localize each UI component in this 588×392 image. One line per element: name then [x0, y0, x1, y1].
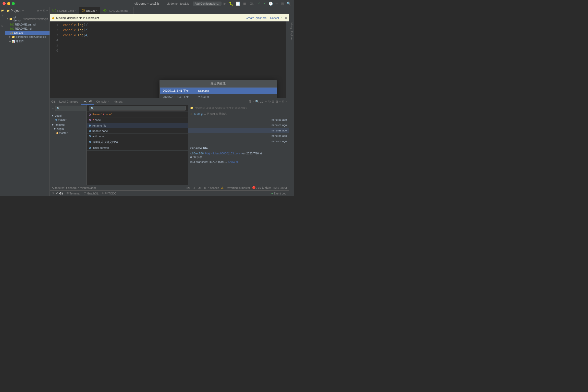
tab-local-changes[interactable]: Local Changes [57, 98, 80, 105]
panel-close-icon[interactable]: − [46, 9, 48, 12]
run-icon[interactable]: ▶ [224, 2, 226, 6]
tab-history[interactable]: History: [112, 98, 125, 105]
event-log-label: Event Log [274, 192, 286, 195]
commit-long-label: 这里是这次提交的co [92, 140, 186, 144]
tab-readme-close[interactable]: × [75, 9, 77, 12]
remote-origin[interactable]: ▼ origin [51, 127, 85, 131]
local-section-header[interactable]: ▼ Local [51, 114, 85, 118]
branch-icon[interactable]: ⎇ [260, 100, 264, 103]
dropdown-item-1[interactable]: 2020/7/16, 6:40 下午外部更改 [160, 94, 277, 98]
tree-item-readme-en[interactable]: MD README.en.md [5, 22, 50, 27]
add-configuration-button[interactable]: Add Configuration... [193, 2, 222, 6]
tree-item-readme[interactable]: MD README.md [5, 27, 50, 31]
indent-icon[interactable]: ≡ [279, 100, 281, 103]
refresh-icon[interactable]: ↻ [268, 100, 271, 103]
dock-graphql[interactable]: ⬡ GraphQL [83, 192, 100, 195]
dropdown-item-0[interactable]: 2020/7/16, 6:41 下午Rollback [160, 88, 277, 94]
grid-icon[interactable]: ⊞ [272, 100, 274, 103]
commit-update-code[interactable]: update code [87, 128, 188, 134]
remote-section-header[interactable]: ▼ Remote [51, 123, 85, 127]
tab-log-all[interactable]: Log: all [81, 98, 94, 105]
todo-dock-label: TODO [108, 192, 117, 195]
stop-icon[interactable]: ⏹ [243, 2, 246, 6]
checkmark-icon: ✓ [280, 16, 283, 19]
local-master-branch[interactable]: master [51, 118, 85, 122]
code-line-4 [63, 38, 283, 43]
back-icon[interactable]: ← [51, 106, 55, 111]
right-time-4: minutes ago [188, 133, 289, 139]
file-name-test1: test1.js [14, 31, 23, 34]
external-arrow-icon: ▶ [9, 40, 11, 43]
tab-readme-en[interactable]: MD README.en.md × [100, 7, 133, 14]
console-close-icon[interactable]: × [107, 100, 109, 103]
maximize-button[interactable] [12, 2, 15, 5]
commit-dot-wrap [89, 114, 91, 116]
git-check2-icon[interactable]: ✓ [263, 2, 266, 5]
origin-label: origin [57, 127, 64, 130]
event-log-dock[interactable]: ● Event Log [270, 192, 287, 195]
mongo-icon[interactable]: M [0, 23, 5, 28]
window-title: git-demo – test1.js [134, 2, 160, 5]
collapse-icon[interactable]: ≡ [40, 9, 42, 12]
commit-xcode[interactable]: ✗code [87, 117, 188, 123]
commit-initial[interactable]: Initial commit [87, 145, 188, 151]
tab-test1-close[interactable]: × [96, 9, 97, 12]
editor-scrollbar[interactable] [286, 21, 289, 98]
mongo-rail-label[interactable]: Mongo Explorer [290, 22, 293, 41]
sort-icon[interactable]: ⇅ [249, 100, 251, 103]
settings-icon[interactable]: ⚙ [43, 9, 45, 12]
locate-icon[interactable]: ⊕ [37, 9, 39, 12]
num4: 4 [85, 33, 87, 37]
create-gitignore-button[interactable]: Create .gitignore [246, 16, 266, 19]
remote-arrow-icon: ▼ [51, 123, 54, 126]
search-git-icon[interactable]: 🔍 [255, 100, 259, 103]
detail-branches: In 3 branches: HEAD, mast… Show all [190, 160, 268, 163]
cancel-warning-button[interactable]: Cancel [270, 16, 279, 19]
tab-console[interactable]: Console × [94, 98, 111, 105]
dock-git[interactable]: 9: ⎇ Git [51, 192, 64, 195]
commit-rename-label: rename file [92, 124, 186, 127]
commit-add-code[interactable]: add code [87, 134, 188, 139]
remote-origin-master[interactable]: master [51, 131, 85, 135]
warning-text: Missing .gitignore file in Git project [56, 16, 244, 19]
dock-terminal[interactable]: ⊡ Terminal [65, 192, 81, 195]
tab-test1[interactable]: JS test1.js × [79, 7, 100, 14]
dock-todo[interactable]: 6: ☑ TODO [101, 192, 117, 195]
undo-git-icon[interactable]: ↩ [265, 100, 267, 103]
file-path-icon: 📁 [190, 106, 193, 109]
settings2-icon[interactable]: ⚙ [282, 100, 285, 103]
show-all-link[interactable]: Show all [228, 160, 239, 163]
remote-label: Remote [55, 123, 65, 126]
lines-icon: ≡ [285, 16, 287, 19]
tree-item-scratches[interactable]: ▶ 📁 Scratches and Consoles [5, 35, 50, 39]
tree-item-external[interactable]: ▶ 📊 外部库 [5, 39, 50, 44]
di-date-0: 2020/7/16, 6:41 下午 [163, 89, 196, 93]
close2-icon[interactable]: − [286, 100, 287, 103]
minimize-button[interactable] [7, 2, 10, 5]
more-icon[interactable]: » [252, 100, 254, 103]
commit-rename[interactable]: rename file [87, 123, 188, 128]
project-icon[interactable]: 📁 [0, 8, 5, 13]
layout2-icon[interactable]: ⊟ [275, 100, 278, 103]
commit-revert-xcode[interactable]: Revert "✗code" [87, 112, 188, 117]
structure-icon[interactable]: ⚙ [0, 13, 5, 18]
chevron-down-icon[interactable]: ▼ [22, 9, 24, 12]
git-panel-label: Git: [51, 100, 56, 103]
right-rail: Mongo Explorer [289, 7, 294, 196]
tab-readme[interactable]: MD README.md × [50, 7, 79, 14]
tree-root[interactable]: ▼ 📁 git-demo ~/WebstormProjects/git- [5, 15, 50, 22]
commit-long[interactable]: 这里是这次提交的co [87, 139, 188, 145]
paren4: ) [87, 28, 89, 32]
layout-icon[interactable]: ⊞ [281, 2, 284, 6]
tree-item-test1[interactable]: JS test1.js [5, 31, 50, 35]
commit-search-input[interactable] [89, 106, 186, 111]
undo-icon[interactable]: ↩ [275, 2, 278, 6]
tab-readme-en-close[interactable]: × [129, 9, 131, 12]
close-button[interactable] [3, 2, 6, 5]
debug-icon[interactable]: 🐛 [229, 2, 233, 6]
history-icon[interactable]: 🕐 [268, 2, 273, 6]
git-check-icon[interactable]: ✓ [258, 2, 261, 5]
coverage-icon[interactable]: 📊 [236, 2, 240, 6]
search-icon[interactable]: 🔍 [287, 2, 291, 6]
titlebar: git-demo – test1.js git-demo test1.js Ad… [0, 0, 294, 7]
